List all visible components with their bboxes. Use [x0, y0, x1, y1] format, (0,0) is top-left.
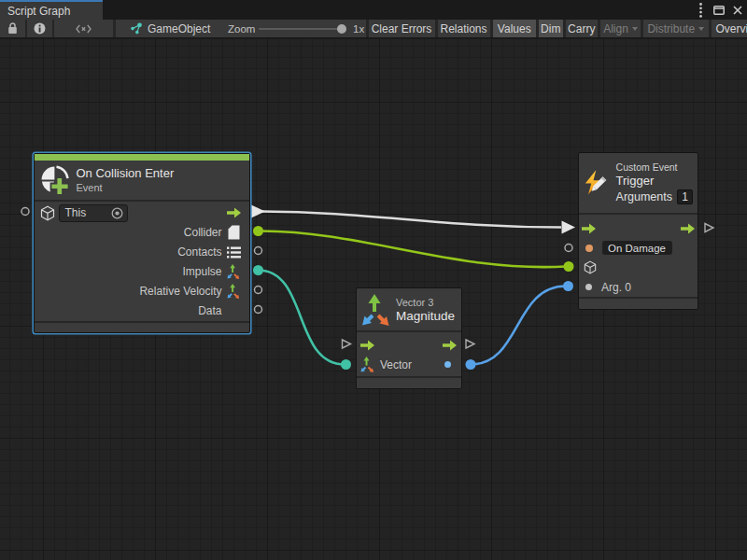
arguments-count-field[interactable]: 1 — [677, 189, 693, 204]
chevron-down-icon — [698, 27, 704, 31]
close-button[interactable] — [728, 0, 747, 20]
row-relative-velocity-output: Relative Velocity — [35, 282, 249, 301]
zoom-slider-track — [259, 28, 345, 30]
string-port-indicator — [585, 245, 593, 252]
node-category: Custom Event — [616, 161, 693, 173]
port-relative-velocity-out[interactable] — [255, 287, 262, 294]
row-impulse-output: Impulse — [35, 262, 249, 282]
vector-input-label: Vector — [380, 358, 412, 371]
arguments-label: Arguments — [616, 190, 672, 203]
chevron-down-icon — [632, 27, 638, 31]
zoom-value: 1x — [353, 20, 364, 37]
script-graph-window: Script Graph — [0, 0, 747, 560]
document-icon — [228, 225, 240, 240]
node-category: Vector 3 — [396, 297, 455, 308]
window-controls — [691, 0, 747, 20]
port-control-out-trigger[interactable] — [705, 224, 713, 232]
port-collider-out[interactable] — [253, 226, 263, 236]
clear-errors-button[interactable]: Clear Errors — [369, 20, 435, 37]
cube-icon — [584, 260, 597, 274]
port-impulse-out[interactable] — [253, 265, 263, 275]
graph-toolbar: GameObject Zoom 1x Clear Errors Relation… — [0, 20, 747, 37]
node-title: Magnitude — [396, 309, 455, 323]
node-header: On Collision Enter Event — [35, 161, 249, 200]
toolbar-context-zone: GameObject Zoom 1x — [116, 20, 366, 37]
port-arg0-in[interactable] — [563, 281, 573, 291]
distribute-button[interactable]: Distribute — [643, 20, 709, 37]
port-this-in[interactable] — [21, 208, 29, 216]
wire-collider-target — [261, 231, 566, 268]
this-object-field[interactable]: This — [59, 204, 128, 222]
dim-button[interactable]: Dim — [539, 20, 563, 37]
tab-bar: Script Graph — [0, 0, 747, 20]
window-menu-button[interactable] — [691, 0, 710, 20]
node-title: On Collision Enter — [77, 166, 175, 180]
node-body: On Damage Arg. 0 — [579, 215, 698, 297]
event-name-field[interactable]: On Damage — [602, 241, 672, 255]
row-vector-input: Vector — [357, 355, 461, 374]
code-view-button[interactable] — [54, 20, 113, 37]
gameobject-icon — [130, 22, 143, 35]
row-contacts-output: Contacts — [35, 243, 249, 262]
row-arg0-input: Arg. 0 — [579, 277, 698, 297]
control-flow-out-icon — [443, 340, 457, 351]
zoom-slider[interactable] — [259, 20, 345, 37]
cube-icon — [40, 205, 55, 221]
port-control-in-trigger[interactable] — [562, 221, 576, 234]
lock-icon — [7, 22, 18, 35]
node-footer — [35, 323, 249, 333]
this-value: This — [65, 206, 111, 219]
event-accent-bar — [35, 154, 249, 161]
node-footer — [357, 378, 461, 390]
carry-button[interactable]: Carry — [566, 20, 599, 37]
node-trigger-custom-event[interactable]: Custom Event Trigger Arguments 1 — [578, 152, 698, 310]
float-output-indicator — [444, 361, 452, 369]
wire-control-flow — [261, 212, 561, 228]
node-subtitle: Event — [77, 182, 175, 193]
inspect-button[interactable] — [27, 20, 52, 37]
node-on-collision-enter[interactable]: On Collision Enter Event This — [34, 153, 250, 333]
list-icon — [227, 246, 241, 259]
port-event-name-in[interactable] — [565, 245, 572, 252]
lock-button[interactable] — [0, 20, 25, 37]
control-flow-out-icon — [227, 207, 241, 218]
port-control-in-magnitude[interactable] — [343, 340, 351, 348]
overview-button[interactable]: Overview — [712, 20, 747, 37]
close-icon — [733, 6, 742, 15]
code-icon — [76, 24, 92, 34]
node-title: Trigger — [616, 174, 693, 188]
row-control-flow — [579, 218, 698, 238]
row-collider-output: Collider — [35, 223, 249, 243]
control-flow-out-icon — [681, 223, 695, 234]
vector3-icon — [227, 263, 241, 280]
row-target-input: This — [35, 203, 249, 223]
arguments-row: Arguments 1 — [616, 189, 693, 204]
row-data-output: Data — [35, 301, 249, 321]
port-target-in[interactable] — [564, 261, 574, 272]
row-target-input — [579, 258, 698, 277]
maximize-icon — [713, 6, 725, 15]
zoom-slider-handle[interactable] — [337, 24, 346, 34]
port-magnitude-out[interactable] — [466, 359, 476, 370]
node-vector3-magnitude[interactable]: Vector 3 Magnitude — [356, 287, 462, 389]
custom-event-icon — [584, 169, 609, 197]
graph-canvas[interactable]: On Collision Enter Event This — [0, 39, 747, 560]
port-control-out-collision[interactable] — [251, 205, 265, 218]
info-icon — [34, 22, 46, 35]
values-button[interactable]: Values — [493, 20, 537, 37]
toolbar-buttons: Clear Errors Relations Values Dim Carry … — [369, 20, 747, 37]
node-body: This Collider — [35, 202, 249, 321]
port-control-out-magnitude[interactable] — [466, 340, 474, 348]
port-vector-in[interactable] — [341, 359, 351, 370]
tab-script-graph[interactable]: Script Graph — [0, 0, 103, 20]
port-data-out[interactable] — [255, 306, 262, 314]
node-footer — [579, 299, 698, 311]
control-flow-in-icon — [360, 340, 374, 351]
object-picker-icon[interactable] — [111, 207, 123, 219]
port-contacts-out[interactable] — [255, 247, 262, 255]
align-button[interactable]: Align — [600, 20, 641, 37]
maximize-button[interactable] — [710, 0, 728, 20]
relations-button[interactable]: Relations — [438, 20, 490, 37]
zoom-label: Zoom — [228, 20, 255, 37]
kebab-menu-icon — [699, 3, 702, 18]
